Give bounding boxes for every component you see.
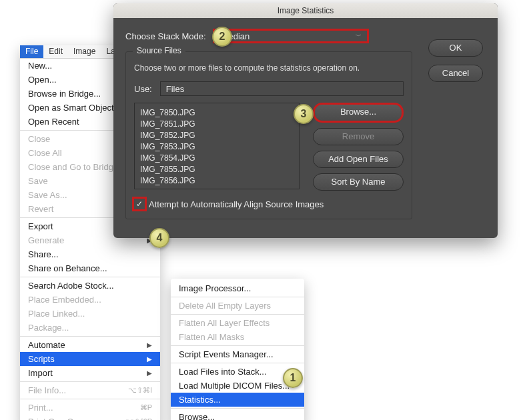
- list-item[interactable]: IMG_7854.JPG: [140, 153, 296, 164]
- menu-place-embedded: Place Embedded...: [20, 293, 160, 307]
- file-list[interactable]: IMG_7850.JPG IMG_7851.JPG IMG_7852.JPG I…: [134, 103, 300, 189]
- list-item[interactable]: IMG_7853.JPG: [140, 141, 296, 153]
- check-icon: ✓: [136, 199, 143, 209]
- menu-print: Print...⌘P: [20, 401, 160, 415]
- list-item[interactable]: IMG_7856.JPG: [140, 175, 296, 187]
- list-item[interactable]: IMG_7855.JPG: [140, 164, 296, 175]
- submenu-statistics[interactable]: Statistics...: [171, 393, 304, 407]
- menu-share-behance[interactable]: Share on Behance...: [20, 261, 160, 275]
- chevron-down-icon: ﹀: [356, 32, 362, 41]
- browse-button[interactable]: Browse...: [313, 103, 404, 123]
- auto-align-label: Attempt to Automatically Align Source Im…: [149, 199, 324, 209]
- stack-mode-select[interactable]: Median ﹀: [213, 29, 369, 43]
- source-files-hint: Choose two or more files to compute the …: [134, 63, 404, 73]
- auto-align-checkbox[interactable]: ✓: [134, 199, 145, 209]
- chevron-right-icon: ▶: [147, 369, 152, 377]
- menu-automate[interactable]: Automate▶: [20, 338, 160, 352]
- use-label: Use:: [134, 84, 152, 94]
- source-files-title: Source Files: [133, 46, 185, 55]
- menu-scripts[interactable]: Scripts▶: [20, 352, 160, 366]
- add-open-files-button[interactable]: Add Open Files: [313, 151, 404, 168]
- menu-share[interactable]: Share...: [20, 247, 160, 261]
- menubar-image[interactable]: Image: [68, 45, 101, 58]
- source-files-group: Source Files Choose two or more files to…: [125, 51, 412, 219]
- submenu-flatten-masks: Flatten All Masks: [171, 330, 304, 344]
- chevron-right-icon: ▶: [147, 341, 152, 349]
- submenu-delete-empty: Delete All Empty Layers: [171, 299, 304, 313]
- menubar-edit[interactable]: Edit: [43, 45, 68, 58]
- menu-file-info: File Info...⌥⇧⌘I: [20, 383, 160, 397]
- submenu-script-events[interactable]: Script Events Manager...: [171, 347, 304, 361]
- use-select[interactable]: Files: [160, 81, 404, 96]
- remove-button: Remove: [313, 128, 404, 145]
- menu-import[interactable]: Import▶: [20, 366, 160, 380]
- list-item[interactable]: IMG_7851.JPG: [140, 119, 296, 130]
- menu-package: Package...: [20, 321, 160, 335]
- scripts-submenu: Image Processor... Delete All Empty Laye…: [171, 279, 304, 420]
- menu-place-linked: Place Linked...: [20, 307, 160, 321]
- submenu-image-processor[interactable]: Image Processor...: [171, 281, 304, 295]
- callout-badge-4: 4: [149, 228, 169, 248]
- menu-search-stock[interactable]: Search Adobe Stock...: [20, 279, 160, 293]
- submenu-flatten-effects: Flatten All Layer Effects: [171, 316, 304, 330]
- chevron-right-icon: ▶: [147, 355, 152, 363]
- callout-badge-3: 3: [294, 104, 314, 124]
- callout-badge-2: 2: [212, 27, 232, 47]
- callout-badge-1: 1: [283, 368, 303, 388]
- menubar-file[interactable]: File: [20, 45, 43, 58]
- menu-print-one: Print One Copy⌥⇧⌘P: [20, 415, 160, 420]
- submenu-browse[interactable]: Browse...: [171, 410, 304, 420]
- stack-mode-label: Choose Stack Mode:: [125, 31, 206, 41]
- list-item[interactable]: IMG_7850.JPG: [140, 107, 296, 119]
- dialog-title: Image Statistics: [113, 3, 498, 18]
- list-item[interactable]: IMG_7852.JPG: [140, 130, 296, 141]
- sort-by-name-button[interactable]: Sort By Name: [313, 173, 404, 191]
- list-item[interactable]: IMG_7857.JPG: [140, 187, 296, 189]
